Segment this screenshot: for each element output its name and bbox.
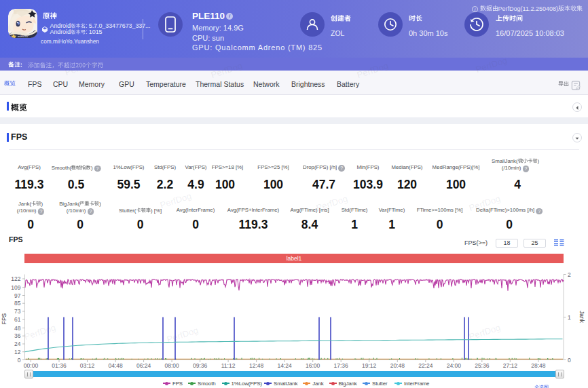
svg-text:61: 61	[14, 316, 21, 323]
svg-text:06:24: 06:24	[136, 362, 151, 369]
svg-text:0: 0	[568, 357, 571, 364]
svg-text:03:12: 03:12	[80, 362, 95, 369]
svg-text:12: 12	[14, 349, 21, 355]
svg-text:12:48: 12:48	[249, 362, 264, 369]
svg-text:16:00: 16:00	[306, 362, 320, 369]
svg-text:miHoYo: miHoYo	[18, 35, 28, 38]
svg-text:97: 97	[14, 292, 21, 299]
svg-text:19:12: 19:12	[362, 362, 377, 369]
svg-text:08:00: 08:00	[164, 362, 179, 369]
svg-text:20:48: 20:48	[390, 362, 405, 369]
svg-text:73: 73	[14, 308, 21, 315]
svg-text:0: 0	[18, 357, 21, 364]
svg-text:25:36: 25:36	[475, 362, 490, 369]
svg-text:36: 36	[14, 332, 21, 339]
svg-text:27:12: 27:12	[503, 362, 518, 369]
svg-text:22:24: 22:24	[418, 362, 433, 369]
svg-text:85: 85	[14, 300, 21, 307]
svg-text:00:00: 00:00	[24, 362, 39, 369]
svg-text:04:48: 04:48	[108, 362, 123, 369]
svg-text:09:36: 09:36	[193, 362, 208, 369]
svg-text:Jank: Jank	[578, 311, 585, 324]
svg-text:17:36: 17:36	[334, 362, 349, 369]
svg-text:14:24: 14:24	[278, 362, 293, 369]
svg-text:109: 109	[11, 284, 20, 291]
svg-text:48: 48	[14, 325, 21, 332]
svg-text:24:00: 24:00	[447, 362, 462, 369]
svg-text:1: 1	[568, 314, 571, 321]
svg-text:01:36: 01:36	[52, 362, 67, 369]
svg-text:28:48: 28:48	[531, 362, 546, 369]
svg-text:11:12: 11:12	[221, 362, 236, 369]
svg-text:24: 24	[14, 341, 21, 347]
svg-text:2: 2	[568, 271, 571, 278]
svg-text:122: 122	[11, 275, 20, 282]
svg-text:FPS: FPS	[1, 313, 7, 324]
